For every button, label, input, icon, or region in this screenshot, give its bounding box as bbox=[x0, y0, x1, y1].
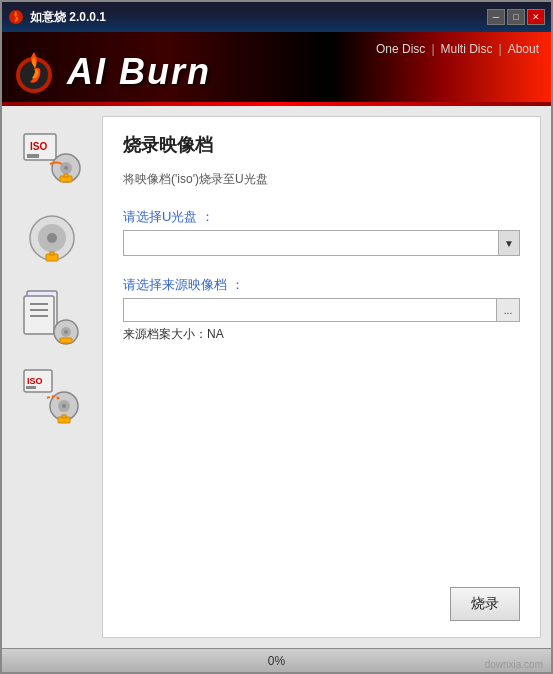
svg-rect-5 bbox=[27, 154, 39, 158]
svg-rect-10 bbox=[64, 174, 68, 177]
title-text: 如意烧 2.0.0.1 bbox=[30, 9, 106, 26]
svg-rect-32 bbox=[62, 415, 66, 418]
header-logo: AI Burn bbox=[12, 47, 211, 97]
svg-rect-17 bbox=[24, 296, 54, 334]
main-panel: 烧录映像档 将映像档('iso')烧录至U光盘 请选择U光盘 ： ▼ 请选择来源… bbox=[102, 116, 541, 638]
panel-title: 烧录映像档 bbox=[123, 133, 520, 157]
burn-button[interactable]: 烧录 bbox=[450, 587, 520, 621]
header-nav: One Disc | Multi Disc | About bbox=[372, 40, 543, 58]
iso-burn-icon-1: ISO bbox=[22, 126, 82, 186]
disc-field-label: 请选择U光盘 ： bbox=[123, 208, 520, 226]
panel-subtitle: 将映像档('iso')烧录至U光盘 bbox=[123, 171, 520, 188]
disc-icon bbox=[22, 206, 82, 266]
nav-one-disc[interactable]: One Disc bbox=[372, 40, 429, 58]
sidebar-icon-2[interactable] bbox=[22, 206, 82, 266]
main-content: ISO bbox=[2, 106, 551, 648]
app-title: AI Burn bbox=[67, 51, 211, 93]
disc-select-wrapper: ▼ bbox=[123, 230, 520, 256]
burn-button-row: 烧录 bbox=[123, 571, 520, 621]
title-bar-left: 如意烧 2.0.0.1 bbox=[8, 9, 106, 26]
svg-point-13 bbox=[47, 233, 57, 243]
minimize-button[interactable]: ─ bbox=[487, 9, 505, 25]
flame-logo-icon bbox=[12, 47, 57, 97]
sidebar-icon-3[interactable] bbox=[22, 286, 82, 346]
iso-disc-icon: ISO bbox=[22, 366, 82, 426]
title-controls: ─ □ ✕ bbox=[487, 9, 545, 25]
source-file-input[interactable] bbox=[123, 298, 496, 322]
title-bar: 如意烧 2.0.0.1 ─ □ ✕ bbox=[2, 2, 551, 32]
file-size-label: 来源档案大小：NA bbox=[123, 326, 520, 343]
disc-select[interactable] bbox=[123, 230, 520, 256]
svg-point-8 bbox=[64, 166, 68, 170]
close-button[interactable]: ✕ bbox=[527, 9, 545, 25]
file-input-row: ... bbox=[123, 298, 520, 322]
sidebar: ISO bbox=[12, 116, 92, 638]
header: One Disc | Multi Disc | About AI Burn bbox=[2, 32, 551, 102]
sidebar-icon-1[interactable]: ISO bbox=[22, 126, 82, 186]
svg-point-30 bbox=[62, 404, 66, 408]
maximize-button[interactable]: □ bbox=[507, 9, 525, 25]
progress-text: 0% bbox=[268, 654, 285, 668]
svg-rect-27 bbox=[26, 386, 36, 389]
svg-rect-24 bbox=[60, 338, 72, 343]
watermark-text: downxia.com bbox=[485, 659, 543, 670]
sidebar-icon-4[interactable]: ISO bbox=[22, 366, 82, 426]
files-icon bbox=[22, 286, 82, 346]
svg-text:ISO: ISO bbox=[30, 141, 47, 152]
svg-rect-15 bbox=[50, 252, 54, 255]
app-icon bbox=[8, 9, 24, 25]
source-field-label: 请选择来源映像档 ： bbox=[123, 276, 520, 294]
file-browse-button[interactable]: ... bbox=[496, 298, 520, 322]
nav-multi-disc[interactable]: Multi Disc bbox=[437, 40, 497, 58]
main-window: 如意烧 2.0.0.1 ─ □ ✕ One Disc | Multi Disc … bbox=[0, 0, 553, 674]
svg-text:ISO: ISO bbox=[27, 376, 43, 386]
status-bar: 0% downxia.com bbox=[2, 648, 551, 672]
source-field-group: 请选择来源映像档 ： ... 来源档案大小：NA bbox=[123, 276, 520, 343]
nav-about[interactable]: About bbox=[504, 40, 543, 58]
disc-field-group: 请选择U光盘 ： ▼ bbox=[123, 208, 520, 256]
svg-point-23 bbox=[64, 330, 68, 334]
